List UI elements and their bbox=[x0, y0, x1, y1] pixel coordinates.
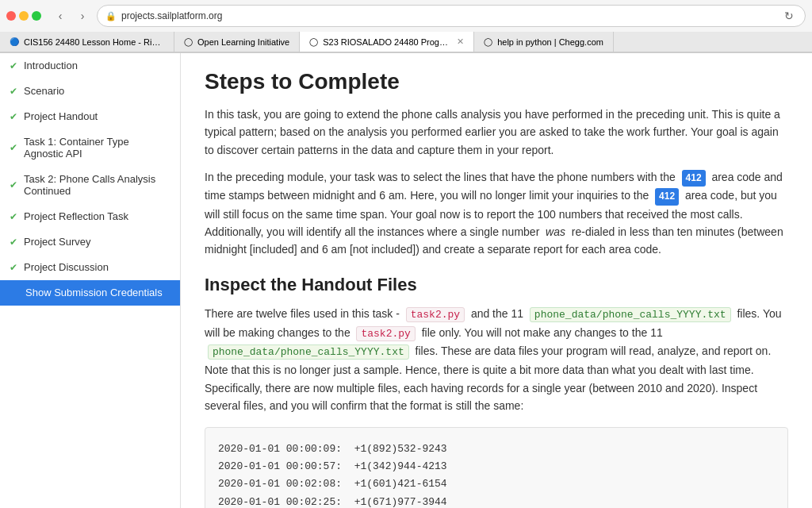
sidebar-item-discussion[interactable]: ✔ Project Discussion bbox=[0, 255, 180, 280]
check-icon-scenario: ✔ bbox=[10, 86, 17, 97]
tab-3-favicon: ◯ bbox=[309, 37, 318, 46]
para3-text2: and the 11 bbox=[471, 307, 523, 320]
tab-3[interactable]: ◯ S23 RIOSALADO 24480 Programming With P… bbox=[300, 32, 474, 52]
code-line-1: 2020-01-01 00:00:09: +1(892)532-9243 bbox=[218, 441, 775, 458]
forward-button[interactable]: › bbox=[73, 6, 92, 25]
tab-1-favicon: 🔵 bbox=[10, 37, 19, 46]
tab-4[interactable]: ◯ help in python | Chegg.com bbox=[474, 32, 614, 52]
tab-2[interactable]: ◯ Open Learning Initiative bbox=[174, 32, 300, 52]
sidebar-item-survey[interactable]: ✔ Project Survey bbox=[0, 229, 180, 255]
check-icon-task2: ✔ bbox=[10, 179, 17, 190]
para2-italic: was bbox=[546, 225, 565, 238]
sidebar-item-submission[interactable]: Show Submission Credentials bbox=[0, 280, 180, 306]
para2-text1: In the preceding module, your task was t… bbox=[205, 171, 676, 183]
tab-1-label: CIS156 24480 Lesson Home - RicLearn bbox=[24, 37, 164, 47]
check-icon-introduction: ✔ bbox=[10, 60, 17, 71]
browser-tabs: 🔵 CIS156 24480 Lesson Home - RicLearn ◯ … bbox=[0, 32, 812, 52]
sidebar-label-task2: Task 2: Phone Calls Analysis Continued bbox=[24, 173, 170, 197]
tab-2-label: Open Learning Initiative bbox=[197, 37, 289, 47]
code-line-2: 2020-01-01 00:00:57: +1(342)944-4213 bbox=[218, 458, 775, 475]
address-text: projects.sailplatform.org bbox=[121, 10, 776, 21]
check-icon-reflection: ✔ bbox=[10, 211, 17, 222]
code-task2py-2: task2.py bbox=[356, 326, 415, 341]
sidebar-label-project-handout: Project Handout bbox=[24, 110, 170, 122]
sidebar-item-introduction[interactable]: ✔ Introduction bbox=[0, 53, 180, 79]
para3-text4: file only. You will not make any changes… bbox=[422, 326, 663, 339]
code-line-3: 2020-01-01 00:02:08: +1(601)421-6154 bbox=[218, 475, 775, 493]
nav-buttons: ‹ › bbox=[51, 6, 92, 25]
code-line-4: 2020-01-01 00:02:25: +1(671)977-3944 bbox=[218, 494, 775, 508]
minimize-button[interactable] bbox=[19, 11, 29, 21]
page-title: Steps to Complete bbox=[205, 69, 788, 94]
lock-icon: 🔒 bbox=[105, 11, 117, 21]
para1: In this task, you are going to extend th… bbox=[205, 106, 788, 159]
browser-chrome: ‹ › 🔒 projects.sailplatform.org ↻ 🔵 CIS1… bbox=[0, 0, 812, 53]
sidebar: ✔ Introduction ✔ Scenario ✔ Project Hand… bbox=[0, 53, 181, 508]
reload-button[interactable]: ↻ bbox=[781, 8, 797, 24]
maximize-button[interactable] bbox=[32, 11, 41, 21]
close-button[interactable] bbox=[6, 11, 16, 21]
tab-3-close[interactable]: ✕ bbox=[457, 37, 464, 47]
para3: There are twelve files used in this task… bbox=[205, 305, 788, 415]
badge-412-2: 412 bbox=[655, 188, 679, 205]
main-content: Steps to Complete In this task, you are … bbox=[181, 53, 812, 508]
sidebar-item-scenario[interactable]: ✔ Scenario bbox=[0, 79, 180, 104]
sidebar-item-task1[interactable]: ✔ Task 1: Container Type Agnostic API bbox=[0, 129, 180, 167]
check-icon-task1: ✔ bbox=[10, 142, 17, 153]
heading2: Inspect the Handout Files bbox=[205, 275, 788, 295]
sidebar-label-scenario: Scenario bbox=[24, 85, 170, 97]
sidebar-item-project-handout[interactable]: ✔ Project Handout bbox=[0, 104, 180, 129]
badge-412: 412 bbox=[682, 170, 706, 187]
app-layout: ✔ Introduction ✔ Scenario ✔ Project Hand… bbox=[0, 53, 812, 508]
sidebar-label-task1: Task 1: Container Type Agnostic API bbox=[24, 136, 170, 160]
sidebar-label-submission: Show Submission Credentials bbox=[25, 287, 170, 298]
sidebar-label-discussion: Project Discussion bbox=[24, 261, 170, 273]
back-button[interactable]: ‹ bbox=[51, 6, 70, 25]
sidebar-item-reflection[interactable]: ✔ Project Reflection Task bbox=[0, 204, 180, 229]
check-icon-project-handout: ✔ bbox=[10, 111, 17, 122]
sidebar-label-introduction: Introduction bbox=[24, 60, 170, 71]
sidebar-label-reflection: Project Reflection Task bbox=[24, 210, 170, 222]
check-icon-discussion: ✔ bbox=[10, 262, 17, 273]
tab-4-label: help in python | Chegg.com bbox=[497, 37, 603, 47]
code-block: 2020-01-01 00:00:09: +1(892)532-9243 202… bbox=[205, 427, 788, 508]
tab-3-label: S23 RIOSALADO 24480 Programming With Pyt… bbox=[323, 37, 449, 47]
para3-text1: There are twelve files used in this task… bbox=[205, 307, 400, 320]
sidebar-label-survey: Project Survey bbox=[24, 236, 170, 248]
tab-1[interactable]: 🔵 CIS156 24480 Lesson Home - RicLearn bbox=[0, 32, 174, 52]
address-bar[interactable]: 🔒 projects.sailplatform.org ↻ bbox=[97, 5, 806, 27]
tab-2-favicon: ◯ bbox=[184, 37, 193, 46]
para2: In the preceding module, your task was t… bbox=[205, 168, 788, 259]
check-icon-survey: ✔ bbox=[10, 237, 17, 248]
tab-4-favicon: ◯ bbox=[484, 37, 492, 46]
browser-toolbar: ‹ › 🔒 projects.sailplatform.org ↻ bbox=[0, 0, 812, 32]
sidebar-item-task2[interactable]: ✔ Task 2: Phone Calls Analysis Continued bbox=[0, 167, 180, 204]
code-phone-calls-2: phone_data/phone_calls_YYYY.txt bbox=[208, 344, 409, 360]
window-controls bbox=[6, 11, 41, 21]
code-phone-calls: phone_data/phone_calls_YYYY.txt bbox=[530, 307, 731, 322]
code-task2py: task2.py bbox=[406, 307, 465, 322]
